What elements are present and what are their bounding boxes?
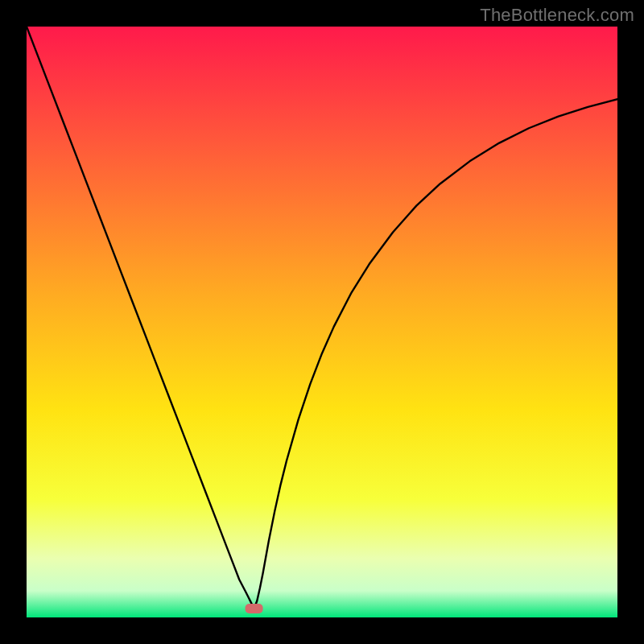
- plot-area: [27, 27, 617, 617]
- gradient-background: [27, 27, 617, 617]
- chart-frame: TheBottleneck.com: [0, 0, 644, 644]
- bottleneck-chart: [27, 27, 617, 617]
- minimum-marker: [246, 604, 263, 613]
- watermark-text: TheBottleneck.com: [480, 5, 634, 26]
